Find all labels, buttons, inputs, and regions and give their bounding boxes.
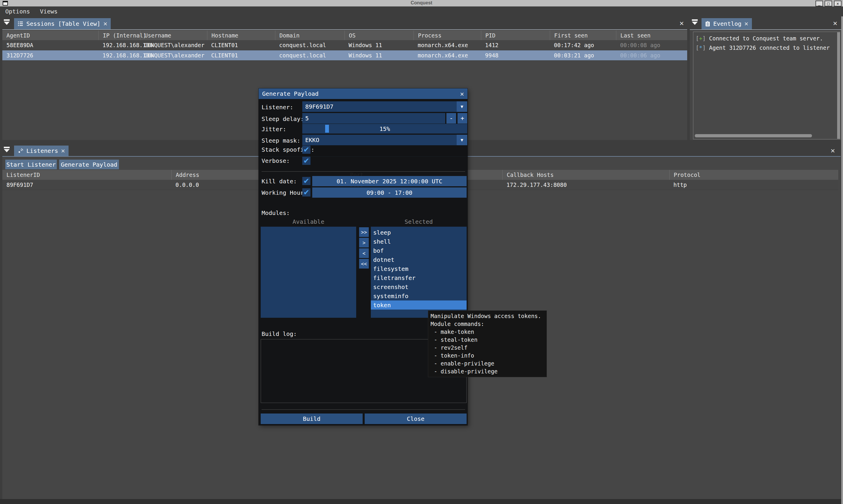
- column-header[interactable]: Username: [140, 31, 207, 40]
- module-item[interactable]: bof: [371, 246, 467, 255]
- working-hours-field[interactable]: 09:00 - 17:00: [312, 187, 467, 198]
- menu-options[interactable]: Options: [5, 8, 30, 15]
- tooltip-line: - rev2self: [431, 344, 544, 352]
- column-header[interactable]: Process: [414, 31, 481, 40]
- tab-sessions-close-icon[interactable]: ✕: [103, 20, 107, 27]
- build-button[interactable]: Build: [261, 414, 363, 424]
- listener-dropdown-arrow-icon[interactable]: ▼: [456, 101, 467, 112]
- listeners-panel-close-icon[interactable]: ✕: [831, 147, 835, 154]
- tab-listeners[interactable]: Listeners ✕: [14, 146, 69, 156]
- kill-date-checkbox[interactable]: ✔: [302, 177, 310, 185]
- column-header[interactable]: Hostname: [207, 31, 275, 40]
- column-header[interactable]: Protocol: [669, 170, 838, 180]
- move-right-button[interactable]: >: [359, 238, 369, 248]
- sessions-dock-menu-icon[interactable]: [3, 19, 11, 26]
- module-item[interactable]: token: [371, 301, 467, 309]
- available-modules-listbox[interactable]: [261, 227, 356, 318]
- sleep-delay-decrement-button[interactable]: -: [446, 113, 456, 124]
- column-header[interactable]: Last seen: [616, 31, 687, 40]
- module-item[interactable]: screenshot: [371, 282, 467, 291]
- module-item[interactable]: dotnet: [371, 255, 467, 264]
- tooltip-line: - token-info: [431, 352, 544, 360]
- table-cell: 89F691D7: [2, 182, 172, 188]
- column-header[interactable]: Callback Hosts: [502, 170, 669, 180]
- jitter-slider[interactable]: 15%: [302, 124, 467, 133]
- table-cell: 172.29.177.43:8080: [502, 182, 669, 188]
- listeners-dock-menu-icon[interactable]: [3, 147, 11, 154]
- listener-dropdown[interactable]: 89F691D7 ▼: [302, 101, 467, 112]
- stack-spoofing-checkbox[interactable]: ✔: [302, 146, 310, 154]
- column-header[interactable]: AgentID: [2, 31, 98, 40]
- table-cell: 9948: [481, 52, 550, 58]
- tab-listeners-close-icon[interactable]: ✕: [61, 148, 65, 154]
- sleep-mask-dropdown-arrow-icon[interactable]: ▼: [456, 135, 467, 145]
- listener-label: Listener:: [262, 104, 293, 111]
- move-left-button[interactable]: <: [359, 248, 369, 258]
- eventlog-panel-close-icon[interactable]: ✕: [833, 20, 837, 26]
- module-item[interactable]: sleep: [371, 228, 467, 237]
- sleep-delay-increment-button[interactable]: +: [458, 113, 467, 124]
- log-bracket: [: [696, 35, 699, 41]
- window-bottom-edge: [0, 499, 843, 504]
- module-item[interactable]: systeminfo: [371, 291, 467, 301]
- sleep-delay-input[interactable]: 5: [302, 113, 445, 124]
- tab-listeners-label: Listeners: [26, 147, 58, 154]
- table-cell: conquest.local: [275, 42, 344, 48]
- move-all-left-button[interactable]: <<: [359, 259, 369, 269]
- verbose-checkbox[interactable]: ✔: [302, 157, 310, 165]
- session-row[interactable]: 312D7726192.168.168.100CONQUEST\alexande…: [2, 50, 687, 60]
- dialog-close-icon[interactable]: ✕: [460, 90, 464, 97]
- sessions-panel-close-icon[interactable]: ✕: [680, 20, 684, 26]
- log-symbol: *: [699, 44, 702, 51]
- working-hours-checkbox[interactable]: ✔: [302, 188, 310, 197]
- kill-date-field[interactable]: 01. November 2025 12:00:00 UTC: [312, 176, 467, 186]
- dialog-title: Generate Payload: [262, 90, 319, 97]
- log-bracket: ]: [702, 35, 709, 41]
- module-item[interactable]: filesystem: [371, 264, 467, 273]
- tab-eventlog-close-icon[interactable]: ✕: [744, 20, 748, 27]
- start-listener-button[interactable]: Start Listener: [5, 160, 57, 169]
- table-cell: CONQUEST\alexander: [140, 52, 207, 58]
- tooltip-line: - enable-privilege: [431, 360, 544, 367]
- eventlog-horizontal-scrollbar[interactable]: [695, 134, 812, 137]
- column-header[interactable]: OS: [344, 31, 414, 40]
- menu-views[interactable]: Views: [40, 8, 57, 15]
- close-window-button[interactable]: ✕: [834, 1, 842, 6]
- eventlog-vertical-scrollbar[interactable]: [837, 32, 840, 139]
- module-item[interactable]: filetransfer: [371, 273, 467, 282]
- dialog-titlebar[interactable]: Generate Payload ✕: [259, 88, 467, 99]
- table-cell: 00:17:42 ago: [550, 42, 616, 48]
- selected-modules-listbox[interactable]: sleepshellbofdotnetfilesystemfiletransfe…: [371, 227, 467, 318]
- sleep-mask-dropdown[interactable]: EKKO ▼: [302, 135, 467, 145]
- minimize-button[interactable]: _: [815, 1, 823, 6]
- move-all-right-button[interactable]: >>: [359, 227, 369, 237]
- table-cell: CLIENT01: [207, 42, 275, 48]
- log-bracket: [: [696, 44, 699, 51]
- maximize-button[interactable]: □: [825, 1, 832, 6]
- sleep-mask-label: Sleep mask:: [262, 137, 300, 144]
- column-header[interactable]: PID: [481, 31, 550, 40]
- module-item[interactable]: shell: [371, 237, 467, 246]
- sessions-table-header[interactable]: AgentIDIP (Internal)UsernameHostnameDoma…: [2, 31, 687, 40]
- tab-sessions-label: Sessions [Table View]: [26, 20, 101, 27]
- eventlog-output[interactable]: [+] Connected to Conquest team server.[*…: [693, 32, 840, 139]
- table-cell: 192.168.168.100: [98, 42, 140, 48]
- sleep-mask-value: EKKO: [305, 137, 319, 144]
- column-header[interactable]: First seen: [550, 31, 616, 40]
- session-row[interactable]: 58EE89DA192.168.168.100CONQUEST\alexande…: [2, 40, 687, 50]
- table-cell: 00:00:06 ago: [616, 52, 687, 58]
- jitter-value: 15%: [302, 124, 467, 133]
- eventlog-dock-menu-icon[interactable]: [691, 19, 699, 26]
- tab-eventlog[interactable]: Eventlog ✕: [701, 18, 752, 29]
- close-button[interactable]: Close: [365, 414, 467, 424]
- table-cell: 312D7726: [2, 52, 98, 58]
- generate-payload-button[interactable]: Generate Payload: [59, 160, 119, 169]
- app-window: Conquest _ □ ✕ Options Views Sessions [T…: [0, 0, 843, 504]
- column-header[interactable]: IP (Internal): [98, 31, 140, 40]
- tab-sessions[interactable]: Sessions [Table View] ✕: [14, 18, 111, 29]
- column-header[interactable]: ListenerID: [2, 170, 172, 180]
- tooltip-line: - make-token: [431, 328, 544, 336]
- sleep-delay-value: 5: [305, 115, 309, 122]
- table-cell: Windows 11: [344, 52, 414, 58]
- column-header[interactable]: Domain: [275, 31, 344, 40]
